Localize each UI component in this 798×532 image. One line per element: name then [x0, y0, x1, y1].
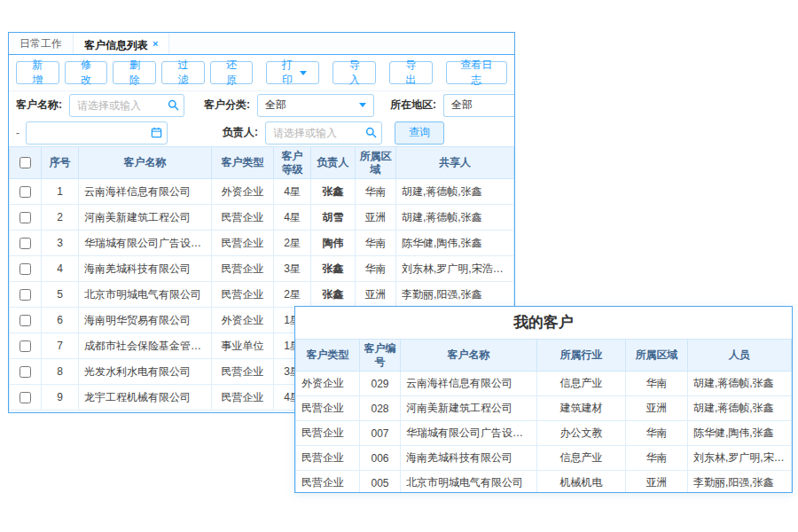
close-icon[interactable]: × [153, 38, 158, 49]
table-header-row: 客户类型 客户编号 客户名称 所属行业 所属区域 人员 [296, 340, 792, 372]
customer-type: 民营企业 [296, 396, 360, 421]
customer-type: 民营企业 [212, 205, 274, 231]
restore-button[interactable]: 还原 [210, 61, 254, 84]
people: 胡建,蒋德帧,张鑫 [688, 396, 792, 421]
owner-label: 负责人: [223, 125, 258, 140]
tab-daily-work[interactable]: 日常工作 [9, 33, 74, 54]
row-index: 3 [42, 231, 79, 256]
col-header-name: 客户名称 [79, 147, 212, 179]
customer-code-link[interactable]: 005 [360, 471, 401, 494]
col-header-owner: 负责人 [311, 147, 356, 179]
customer-name-link[interactable]: 华瑞城有限公司广告设计部 [401, 421, 537, 446]
customer-code-link[interactable]: 029 [360, 372, 401, 396]
col-header-type: 客户类型 [296, 340, 360, 372]
import-button[interactable]: 导入 [332, 61, 376, 84]
owner-link[interactable]: 陶伟 [311, 231, 356, 256]
customer-name-link[interactable]: 云南海祥信息有限公司 [401, 372, 537, 396]
page-title: 我的客户 [295, 307, 792, 339]
region: 亚洲 [626, 471, 688, 494]
row-checkbox[interactable] [20, 366, 31, 378]
table-row: 民营企业028河南美新建筑工程公司建筑建材亚洲胡建,蒋德帧,张鑫 [296, 396, 792, 421]
table-row: 民营企业006海南羌城科技有限公司信息产业华南刘东林,罗广明,宋浩然... [296, 446, 792, 471]
people: 刘东林,罗广明,宋浩然... [688, 446, 792, 471]
row-index: 7 [42, 333, 79, 359]
table-row: 民营企业007华瑞城有限公司广告设计部办公文教华南陈华健,陶伟,张鑫 [296, 421, 792, 446]
customer-code-link[interactable]: 006 [360, 446, 401, 471]
people: 胡建,蒋德帧,张鑫 [688, 372, 792, 396]
customer-name-link[interactable]: 光发水利水电有限公司 [79, 359, 212, 385]
owner-link[interactable]: 张鑫 [311, 282, 356, 308]
tab-label: 客户信息列表 [84, 39, 148, 51]
customer-name-link[interactable]: 河南美新建筑工程公司 [401, 396, 537, 421]
tab-customer-list[interactable]: 客户信息列表× [74, 33, 169, 54]
add-button[interactable]: 新增 [16, 61, 59, 84]
export-button[interactable]: 导出 [389, 61, 433, 84]
col-header-code: 客户编号 [360, 340, 401, 372]
customer-name-link[interactable]: 龙宇工程机械有限公司 [79, 385, 212, 411]
region-label: 所在地区: [390, 98, 436, 113]
customer-name-link[interactable]: 海南羌城科技有限公司 [401, 446, 537, 471]
shared-people: 胡建,蒋德帧,张鑫 [396, 205, 514, 231]
row-index: 5 [42, 282, 79, 308]
edit-button[interactable]: 修改 [65, 61, 108, 84]
owner-link[interactable]: 张鑫 [311, 256, 356, 282]
row-index: 4 [42, 256, 79, 282]
row-checkbox[interactable] [20, 263, 31, 275]
search-icon[interactable] [365, 127, 377, 138]
col-header-level: 客户等级 [274, 147, 311, 179]
table-row: 1云南海祥信息有限公司外资企业4星张鑫华南胡建,蒋德帧,张鑫 [10, 179, 514, 205]
region-select[interactable]: 全部 [443, 94, 515, 117]
row-checkbox[interactable] [20, 212, 31, 223]
customer-code-link[interactable]: 028 [360, 396, 401, 421]
row-checkbox[interactable] [20, 289, 31, 301]
customer-code-link[interactable]: 007 [360, 421, 401, 446]
select-all-cell [10, 147, 42, 179]
customer-type: 民营企业 [212, 282, 274, 308]
row-checkbox[interactable] [20, 238, 31, 249]
filter-button[interactable]: 过滤 [161, 61, 205, 84]
select-all-checkbox[interactable] [20, 157, 31, 168]
region: 华南 [356, 179, 396, 205]
chevron-down-icon [359, 103, 366, 111]
customer-name-link[interactable]: 海南明华贸易有限公司 [79, 308, 212, 333]
row-index: 9 [42, 385, 79, 411]
row-select-cell [10, 282, 42, 308]
query-button[interactable]: 查询 [395, 121, 444, 145]
delete-button[interactable]: 删除 [113, 61, 156, 84]
customer-name-link[interactable]: 云南海祥信息有限公司 [79, 179, 212, 205]
customer-name-link[interactable]: 北京市明城电气有限公司 [401, 471, 537, 494]
customer-type: 外资企业 [296, 372, 360, 396]
row-checkbox[interactable] [20, 392, 31, 403]
print-button[interactable]: 打印 [266, 61, 319, 84]
row-checkbox[interactable] [20, 186, 31, 198]
date-input[interactable] [26, 121, 168, 145]
customer-name-link[interactable]: 河南美新建筑工程公司 [79, 205, 212, 231]
customer-name-link[interactable]: 海南羌城科技有限公司 [79, 256, 212, 282]
view-log-button[interactable]: 查看日志 [446, 61, 507, 84]
row-checkbox[interactable] [20, 340, 31, 352]
region: 华南 [356, 256, 396, 282]
search-icon[interactable] [168, 99, 179, 111]
customer-name-link[interactable]: 华瑞城有限公司广告设计部 [79, 231, 212, 256]
table-row: 2河南美新建筑工程公司民营企业4星胡雪亚洲胡建,蒋德帧,张鑫 [10, 205, 514, 231]
industry: 信息产业 [537, 446, 626, 471]
region: 华南 [626, 446, 688, 471]
row-checkbox[interactable] [20, 315, 31, 326]
owner-link[interactable]: 张鑫 [311, 179, 356, 205]
customer-class-select[interactable]: 全部 [257, 94, 374, 117]
customer-type: 民营企业 [296, 446, 360, 471]
calendar-icon[interactable] [151, 127, 162, 138]
col-header-region: 所属区域 [626, 340, 688, 372]
col-header-type: 客户类型 [212, 147, 274, 179]
col-header-name: 客户名称 [401, 340, 537, 372]
row-select-cell [10, 359, 42, 385]
col-header-industry: 所属行业 [537, 340, 626, 372]
owner-link[interactable]: 胡雪 [311, 205, 356, 231]
table-row: 5北京市明城电气有限公司民营企业2星张鑫亚洲李勤丽,阳强,张鑫 [10, 282, 514, 308]
row-select-cell [10, 205, 42, 231]
customer-name-link[interactable]: 北京市明城电气有限公司 [79, 282, 212, 308]
region: 亚洲 [356, 282, 396, 308]
region: 华南 [626, 421, 688, 446]
customer-name-link[interactable]: 成都市社会保险基金管理... [79, 333, 212, 359]
print-button-label: 打印 [278, 58, 295, 88]
